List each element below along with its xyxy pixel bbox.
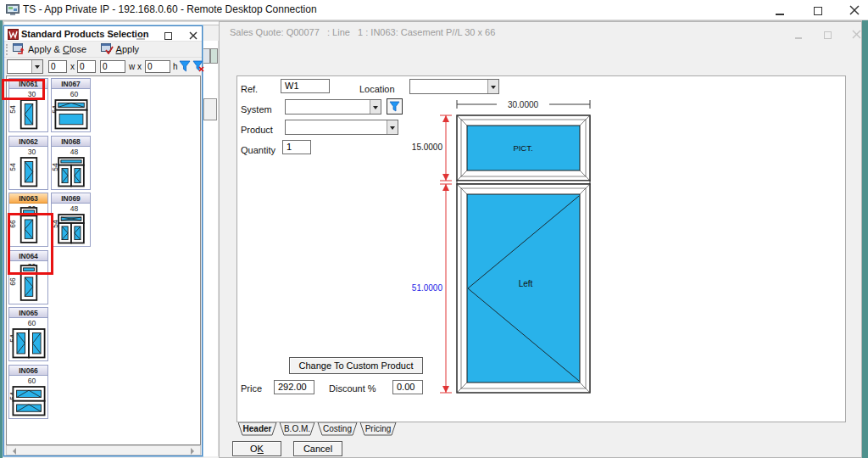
chevron-down-icon[interactable]: [31, 60, 42, 73]
background-toolbar-button[interactable]: [210, 48, 218, 64]
product-id-label: IN062: [9, 137, 47, 147]
tab-header[interactable]: Header: [238, 422, 276, 435]
product-width-label: 60: [16, 319, 47, 327]
location-select[interactable]: Stairs: [409, 79, 499, 94]
quote-close-button[interactable]: [847, 27, 865, 39]
product-select[interactable]: IN063 :Casement P//L 3(: [285, 120, 398, 135]
standard-products-dialog: Standard Products Selection Apply & Clos…: [3, 25, 203, 456]
sales-quote-dialog: Sales Quote: Q00077 : Line 1 : IN063: Ca…: [219, 21, 862, 458]
product-item-IN063[interactable]: IN0633066: [8, 193, 48, 247]
window-diagram: 30.0000 15.0000 51.0000 PICT.: [402, 94, 601, 404]
background-button-fragment[interactable]: [203, 98, 217, 120]
x-label: x: [70, 62, 75, 71]
wx-label: w x: [129, 62, 142, 71]
ref-input[interactable]: W1: [281, 79, 330, 93]
product-item-IN065[interactable]: IN0656054: [8, 307, 48, 361]
height-dimension-lines: [440, 115, 452, 393]
svg-text:Header: Header: [243, 424, 272, 433]
window-title: TS - App Private IP - 192.168.0.60 - Rem…: [23, 3, 317, 15]
funnel-icon: [389, 101, 400, 112]
products-minimize-button[interactable]: [133, 28, 148, 40]
close-icon: [852, 30, 861, 39]
maximize-icon: [824, 31, 832, 39]
product-thumbnail-icon: [12, 385, 47, 416]
chevron-down-icon[interactable]: [387, 120, 398, 134]
product-thumbnail-icon: [58, 156, 86, 187]
bottom-height-dim-label[interactable]: 51.0000: [412, 283, 443, 293]
maximize-icon: [814, 7, 822, 15]
tab-pricing[interactable]: Pricing: [360, 422, 396, 435]
products-maximize-button[interactable]: [160, 28, 175, 40]
dim3-input[interactable]: 0: [100, 60, 125, 73]
apply-button[interactable]: Apply: [98, 42, 142, 55]
products-horizontal-scrollbar[interactable]: [6, 445, 201, 455]
dim1-input[interactable]: 0: [48, 60, 67, 73]
chevron-down-icon[interactable]: [370, 100, 381, 114]
product-height-label: 66: [8, 273, 17, 290]
product-thumbnail-icon: [19, 206, 39, 244]
svg-text:30.0000: 30.0000: [508, 100, 539, 109]
cancel-button[interactable]: Cancel: [293, 441, 342, 456]
quote-minimize-button: [789, 27, 808, 39]
product-label: Product: [241, 125, 273, 135]
dim2-input[interactable]: 0: [77, 60, 96, 73]
dim4-input[interactable]: 0: [145, 60, 170, 73]
minimize-icon: [136, 38, 145, 40]
maximize-icon: [164, 32, 172, 40]
product-item-IN064[interactable]: IN0643066: [8, 250, 48, 304]
product-item-IN068[interactable]: IN0684854: [51, 136, 91, 190]
product-item-IN061[interactable]: IN0613054: [8, 78, 48, 132]
product-height-label: 54: [8, 159, 17, 176]
scroll-left-icon[interactable]: [9, 448, 16, 455]
product-id-label: IN068: [52, 137, 90, 147]
quote-dialog-title: Sales Quote: Q00077 : Line 1 : IN063: Ca…: [230, 27, 495, 37]
apply-close-icon: [13, 43, 25, 54]
bottom-sash[interactable]: Left: [457, 184, 590, 393]
product-id-label: IN069: [52, 193, 90, 204]
products-toolbar: Apply & Close Apply: [4, 42, 202, 58]
product-thumbnail-icon: [58, 213, 86, 244]
minimize-button[interactable]: [767, 3, 793, 17]
close-button[interactable]: [842, 3, 867, 17]
product-item-IN066[interactable]: IN0666054: [8, 365, 48, 419]
quantity-input[interactable]: 1: [282, 140, 311, 154]
funnel-icon: [179, 59, 191, 72]
maximize-button[interactable]: [805, 3, 831, 17]
product-id-label: IN063: [9, 193, 47, 204]
product-id-label: IN061: [9, 79, 47, 89]
top-sash[interactable]: PICT.: [457, 115, 590, 181]
change-to-custom-product-button[interactable]: Change To Custom Product: [289, 357, 423, 374]
rdp-icon: [6, 4, 19, 16]
product-group-select[interactable]: PR02:: [7, 59, 43, 74]
product-width-label: 48: [58, 204, 90, 213]
product-thumbnail-icon: [19, 156, 39, 187]
product-item-IN067[interactable]: IN0676054: [51, 78, 91, 132]
discount-input[interactable]: 0.00: [392, 380, 423, 394]
filter-button[interactable]: [179, 59, 191, 75]
svg-text:Pricing: Pricing: [365, 424, 392, 433]
price-input[interactable]: 292.00: [274, 380, 314, 394]
tab-bom[interactable]: B.O.M.: [280, 422, 314, 435]
product-thumbnail-icon: [54, 98, 89, 130]
ok-button[interactable]: OK: [232, 441, 281, 456]
funnel-off-icon: [192, 59, 204, 72]
product-list: IN0613054IN0676054IN0623054IN0684854IN06…: [6, 75, 201, 445]
location-label: Location: [359, 84, 395, 94]
tab-costing[interactable]: Costing: [318, 422, 357, 435]
product-width-label: 48: [58, 148, 90, 156]
svg-text:Costing: Costing: [323, 424, 352, 433]
product-thumbnail-icon: [19, 98, 39, 130]
system-select[interactable]: <All>: [285, 99, 381, 114]
scroll-right-icon[interactable]: [191, 448, 198, 455]
apply-close-button[interactable]: Apply & Close: [10, 42, 89, 55]
product-item-IN069[interactable]: IN0694854: [51, 193, 91, 247]
products-dialog-titlebar: Standard Products Selection: [4, 26, 202, 42]
chevron-down-icon[interactable]: [487, 80, 498, 93]
products-close-button[interactable]: [186, 28, 201, 40]
product-item-IN062[interactable]: IN0623054: [8, 136, 48, 190]
discount-label: Discount %: [329, 383, 376, 394]
system-filter-button[interactable]: [387, 98, 403, 114]
price-label: Price: [241, 383, 262, 394]
clear-filter-button[interactable]: [192, 59, 204, 75]
product-width-label: 30: [16, 90, 47, 98]
